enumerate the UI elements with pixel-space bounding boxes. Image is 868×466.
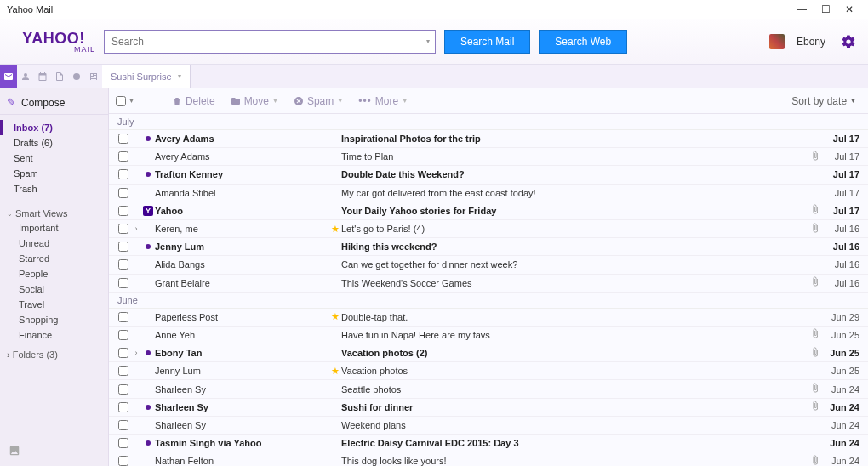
folders-section-header[interactable]: › Folders (3): [0, 343, 108, 361]
tab-icon-mail[interactable]: [0, 65, 17, 88]
row-checkbox[interactable]: [118, 206, 128, 216]
row-checkbox[interactable]: [118, 402, 128, 412]
tab-icon-calendar[interactable]: [34, 65, 51, 88]
message-row[interactable]: Paperless Post★Double-tap that.Jun 29: [109, 309, 868, 327]
tab-icon-messenger[interactable]: [68, 65, 85, 88]
star-icon[interactable]: ★: [329, 224, 341, 235]
attachment-icon: [807, 151, 824, 163]
folder-item[interactable]: Drafts (6): [0, 135, 108, 151]
message-row[interactable]: Sharleen SySushi for dinnerJun 24: [109, 399, 868, 417]
smart-views-header[interactable]: ⌄ Smart Views: [0, 202, 108, 220]
message-row[interactable]: Grant BelaireThis Weekend's Soccer Games…: [109, 275, 868, 293]
message-row[interactable]: Jenny LumHiking this weekend?Jul 16: [109, 238, 868, 256]
sender: Sharleen Sy: [155, 384, 329, 395]
message-row[interactable]: Jenny Lum★Vacation photosJun 25: [109, 362, 868, 380]
tab-icon-notepad[interactable]: [51, 65, 68, 88]
row-checkbox[interactable]: [118, 134, 128, 144]
message-row[interactable]: Nathan FeltonThis dog looks like yours!J…: [109, 452, 868, 466]
search-web-button[interactable]: Search Web: [539, 30, 627, 54]
thread-expand-icon[interactable]: ›: [131, 224, 141, 233]
date: Jul 16: [824, 278, 861, 288]
select-all-checkbox[interactable]: ▼: [116, 95, 134, 106]
message-row[interactable]: Alida BangsCan we get together for dinne…: [109, 256, 868, 274]
folder-item[interactable]: Trash: [0, 181, 108, 196]
thread-expand-icon[interactable]: ›: [131, 349, 141, 357]
gear-icon[interactable]: [841, 34, 856, 49]
smart-view-item[interactable]: Important: [0, 220, 108, 236]
message-row[interactable]: ›Keren, me★Let's go to Paris! (4)Jul 16: [109, 220, 868, 238]
minimize-button[interactable]: —: [790, 0, 814, 19]
search-dropdown-icon[interactable]: ▾: [426, 37, 430, 45]
message-row[interactable]: YYahooYour Daily Yahoo stories for Frida…: [109, 202, 868, 220]
smart-view-item[interactable]: Social: [0, 281, 108, 297]
message-row[interactable]: Anne YehHave fun in Napa! Here are my fa…: [109, 327, 868, 344]
smart-view-item[interactable]: Finance: [0, 327, 108, 343]
delete-label: Delete: [186, 95, 215, 107]
row-checkbox[interactable]: [118, 224, 128, 234]
subject: Vacation photos: [341, 366, 807, 376]
unread-dot-icon: [141, 136, 155, 141]
logo: YAHOO! MAIL: [12, 30, 95, 54]
star-icon[interactable]: ★: [329, 311, 341, 322]
sender: Keren, me: [155, 224, 329, 234]
delete-button[interactable]: Delete: [165, 95, 222, 107]
search-mail-button[interactable]: Search Mail: [444, 30, 530, 54]
message-row[interactable]: Avery AdamsTime to PlanJul 17: [109, 148, 868, 166]
search-input[interactable]: [111, 36, 428, 48]
row-checkbox[interactable]: [118, 420, 128, 430]
smart-view-item[interactable]: Shopping: [0, 312, 108, 327]
row-checkbox[interactable]: [118, 242, 128, 252]
tab-icon-contacts[interactable]: [17, 65, 34, 88]
compose-button[interactable]: ✎ Compose: [0, 92, 108, 115]
row-checkbox[interactable]: [118, 151, 128, 162]
message-row[interactable]: Amanda StibelMy car got delivered from t…: [109, 185, 868, 202]
sidebar-photo-icon[interactable]: [0, 438, 108, 466]
username[interactable]: Ebony: [797, 36, 825, 48]
message-row[interactable]: Trafton KenneyDouble Date this Weekend?J…: [109, 166, 868, 184]
row-checkbox[interactable]: [118, 330, 128, 340]
maximize-button[interactable]: ☐: [814, 0, 837, 19]
row-checkbox[interactable]: [118, 366, 128, 376]
message-row[interactable]: Tasmin Singh via YahooElectric Daisy Car…: [109, 435, 868, 452]
row-checkbox[interactable]: [118, 259, 128, 270]
compose-label: Compose: [21, 97, 65, 109]
row-checkbox[interactable]: [118, 312, 128, 322]
sender: Avery Adams: [155, 134, 329, 144]
smart-view-item[interactable]: Starred: [0, 251, 108, 266]
folder-item[interactable]: Sent: [0, 151, 108, 166]
spam-button[interactable]: Spam ▼: [287, 95, 350, 107]
date: Jul 16: [824, 242, 861, 252]
search-input-wrap[interactable]: ▾: [104, 30, 436, 54]
chevron-down-icon[interactable]: ▼: [128, 98, 134, 104]
smart-view-item[interactable]: People: [0, 266, 108, 281]
date: Jun 25: [824, 366, 861, 376]
message-row[interactable]: ›Ebony TanVacation photos (2)Jun 25: [109, 344, 868, 362]
chevron-down-icon: ▾: [178, 72, 181, 80]
smart-view-item[interactable]: Unread: [0, 236, 108, 251]
row-checkbox[interactable]: [118, 188, 128, 198]
folder-item[interactable]: Spam: [0, 166, 108, 181]
row-checkbox[interactable]: [118, 348, 128, 358]
more-button[interactable]: ••• More ▼: [351, 95, 414, 107]
star-icon[interactable]: ★: [329, 366, 341, 377]
message-row[interactable]: Sharleen SyWeekend plansJun 24: [109, 417, 868, 435]
message-row[interactable]: Avery AdamsInspirational Photos for the …: [109, 130, 868, 148]
row-checkbox[interactable]: [118, 438, 128, 448]
folder-item[interactable]: Inbox (7): [0, 120, 108, 135]
row-checkbox[interactable]: [118, 456, 128, 466]
row-checkbox[interactable]: [118, 384, 128, 395]
select-all-box[interactable]: [116, 96, 126, 106]
move-button[interactable]: Move ▼: [224, 95, 285, 107]
tab-icon-news[interactable]: [85, 65, 102, 88]
row-checkbox[interactable]: [118, 169, 128, 179]
date: Jul 17: [824, 188, 861, 198]
smart-view-item[interactable]: Travel: [0, 297, 108, 312]
toolbar: ▼ Delete Move ▼ Spam ▼ ••• More ▼: [109, 88, 868, 114]
row-checkbox[interactable]: [118, 278, 128, 288]
message-row[interactable]: Sharleen SySeattle photosJun 24: [109, 380, 868, 398]
avatar[interactable]: [769, 34, 785, 49]
close-window-button[interactable]: ✕: [837, 0, 861, 19]
sort-button[interactable]: Sort by date ▼: [791, 95, 861, 107]
subject: Inspirational Photos for the trip: [341, 134, 807, 144]
app-tab[interactable]: Sushi Surprise ▾: [102, 65, 191, 88]
